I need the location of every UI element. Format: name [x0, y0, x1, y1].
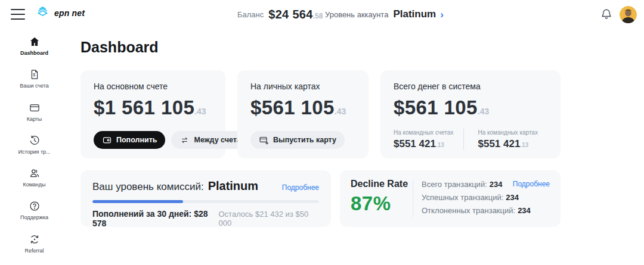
commission-title: Ваш уровень комиссий:: [92, 181, 204, 193]
total-money-title: Всего денег в система: [394, 82, 547, 91]
sidebar-item-label: Ваши счета: [20, 83, 49, 89]
main-account-amount: $1 561 105.43: [94, 96, 212, 119]
team-cards-amount: $551 421.13: [478, 138, 548, 150]
main-account-title: На основном счете: [94, 82, 212, 91]
sidebar-item-label: История тр...: [18, 149, 50, 155]
sidebar-item-label: Карты: [27, 116, 42, 122]
svg-text:$: $: [33, 73, 35, 77]
remaining-to-next-level-text: Осталось $21 432 из $50 000: [218, 210, 319, 227]
decline-rate-block: Decline Rate 87%: [351, 179, 413, 219]
card-icon: [29, 102, 41, 114]
main-account-card: На основном счете $1 561 105.43 Пополнит…: [80, 70, 225, 158]
history-icon: [29, 135, 41, 146]
sidebar-item-history[interactable]: История тр...: [0, 133, 69, 166]
vertical-divider: [413, 180, 413, 217]
sidebar-item-support[interactable]: Поддержка: [0, 199, 69, 232]
topbar: epn net Баланс $24 564 .58 Уровень аккау…: [0, 0, 644, 29]
home-icon: [29, 36, 41, 48]
team-cards-block: На командных картах $551 421.13: [464, 129, 548, 150]
team-accounts-block: На командных счетах $551 421.13: [394, 129, 463, 150]
commission-level-card: Ваш уровень комиссий: Platinum Подробнее…: [80, 170, 331, 227]
brand-logo-text: epn net: [54, 8, 85, 18]
account-level-link[interactable]: Уровень аккаунта Platinum ›: [325, 0, 444, 29]
sidebar-item-cards[interactable]: Карты: [0, 101, 69, 133]
decline-rate-title: Decline Rate: [351, 179, 413, 189]
brand-logo[interactable]: epn net: [35, 5, 85, 21]
decline-details-link[interactable]: Подробнее: [513, 180, 550, 188]
decline-rate-value: 87%: [351, 192, 413, 215]
account-level-value: Platinum: [393, 8, 436, 20]
main-content: Dashboard На основном счете $1 561 105.4…: [69, 29, 644, 265]
notifications-bell-icon[interactable]: [600, 7, 613, 21]
sidebar-nav: Dashboard $ Ваши счета Карты: [0, 29, 69, 265]
stats-cards-row: Ваш уровень комиссий: Platinum Подробнее…: [80, 170, 644, 227]
card-plus-icon: [259, 135, 269, 145]
balance-label: Баланс: [237, 10, 264, 19]
epn-logo-icon: [35, 5, 51, 21]
balance-value: $24 564: [268, 8, 312, 21]
commission-details-link[interactable]: Подробнее: [282, 183, 319, 192]
wallet-icon: [102, 135, 112, 145]
sidebar-item-accounts[interactable]: $ Ваши счета: [0, 67, 69, 100]
successful-transactions-stat: Успешных транзакций:234: [422, 193, 531, 202]
commission-progress-bar: [92, 200, 319, 203]
page-title: Dashboard: [80, 38, 644, 56]
support-icon: [29, 200, 41, 212]
topup-button[interactable]: Пополнить: [94, 131, 165, 149]
menu-hamburger-icon[interactable]: [11, 9, 25, 20]
exchange-arrows-icon: [179, 135, 190, 145]
user-avatar[interactable]: [620, 6, 637, 23]
team-icon: [29, 167, 41, 179]
team-cards-label: На командных картах: [478, 129, 548, 136]
sidebar-item-label: Команды: [23, 182, 45, 188]
referral-icon: [29, 233, 41, 245]
issue-card-button[interactable]: Выпустить карту: [250, 131, 345, 149]
declined-transactions-stat: Отклоненных транзакций:234: [422, 206, 531, 215]
team-accounts-label: На командных счетах: [394, 129, 463, 136]
sidebar-item-teams[interactable]: Команды: [0, 166, 69, 199]
sidebar-item-label: Поддержка: [20, 214, 48, 220]
total-money-card: Всего денег в система $561 105.43 На ком…: [380, 70, 561, 158]
invoice-icon: $: [29, 68, 41, 80]
deposits-30d-text: Пополнений за 30 дней: $28 578: [92, 209, 218, 228]
balance-cards-row: На основном счете $1 561 105.43 Пополнит…: [80, 70, 644, 158]
total-money-amount: $561 105.43: [394, 96, 547, 119]
commission-level-value: Platinum: [208, 179, 258, 193]
chevron-right-icon: ›: [440, 10, 444, 20]
sidebar-item-dashboard[interactable]: Dashboard: [0, 35, 69, 67]
sidebar-item-label: Dashboard: [20, 50, 48, 56]
sidebar-item-label: Referral: [24, 248, 44, 254]
sidebar-item-referral[interactable]: Referral: [0, 232, 69, 265]
personal-cards-card: На личных картах $561 105.43 Выпу: [237, 70, 369, 158]
personal-cards-amount: $561 105.43: [250, 96, 355, 119]
commission-progress-fill: [92, 200, 183, 203]
balance-display: Баланс $24 564 .58: [237, 0, 323, 29]
balance-decimal: .58: [313, 12, 323, 20]
decline-rate-card: Decline Rate 87% Всего транзакций:234 Ус…: [340, 170, 561, 227]
account-level-label: Уровень аккаунта: [325, 10, 388, 19]
personal-cards-title: На личных картах: [250, 82, 355, 91]
team-accounts-amount: $551 421.13: [394, 138, 463, 150]
